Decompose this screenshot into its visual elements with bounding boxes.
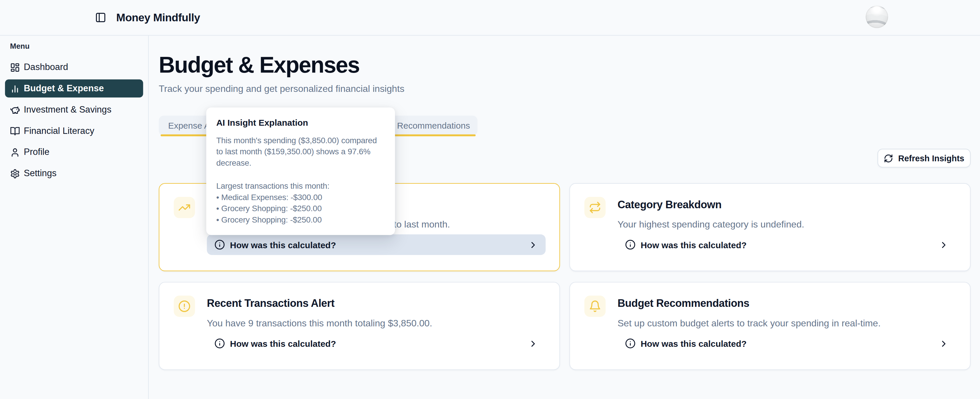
sidebar-item-label: Investment & Savings	[24, 101, 111, 119]
trending-up-icon	[178, 201, 191, 214]
how-calculated-label: How was this calculated?	[641, 339, 746, 348]
page-title: Budget & Expenses	[159, 51, 360, 79]
card-description: Your highest spending category is undefi…	[617, 218, 804, 230]
card-title: Budget Recommendations	[617, 297, 749, 310]
card-title: Recent Transactions Alert	[207, 297, 334, 310]
card-description: Set up custom budget alerts to track you…	[617, 317, 881, 329]
chevron-right-icon	[528, 240, 538, 250]
info-icon	[215, 338, 225, 348]
sidebar-item-label: Budget & Expense	[24, 79, 104, 97]
how-calculated-label: How was this calculated?	[230, 240, 336, 250]
card-category-breakdown: Category Breakdown Your highest spending…	[570, 183, 970, 271]
sidebar-item-label: Financial Literacy	[24, 122, 94, 140]
sidebar-item-investment-savings[interactable]: Investment & Savings	[5, 101, 143, 119]
chevron-right-icon	[939, 339, 949, 348]
page-subtitle: Track your spending and get personalized…	[159, 83, 404, 95]
sidebar-nav: Dashboard Budget & Expense Investment & …	[0, 58, 148, 182]
how-calculated-label: How was this calculated?	[641, 240, 746, 250]
card-description: You have 9 transactions this month total…	[207, 317, 432, 329]
sidebar-item-label: Profile	[24, 143, 49, 161]
app-window: Money Mindfully Menu Dashboard Budget & …	[0, 0, 980, 399]
how-calculated-label: How was this calculated?	[230, 339, 336, 348]
info-icon	[625, 240, 636, 250]
chevron-right-icon	[528, 339, 538, 348]
card-icon-tile	[174, 296, 195, 317]
panel-left-icon	[95, 12, 107, 23]
info-icon	[215, 240, 225, 250]
sidebar-item-label: Settings	[24, 164, 56, 183]
user-icon	[10, 147, 20, 157]
sidebar: Menu Dashboard Budget & Expense Investme…	[0, 36, 149, 399]
refresh-insights-label: Refresh Insights	[898, 153, 964, 163]
card-title: Category Breakdown	[617, 198, 722, 211]
chevron-right-icon	[939, 240, 949, 250]
avatar[interactable]	[865, 6, 888, 28]
tooltip-body: This month's spending ($3,850.00) compar…	[216, 135, 385, 226]
ai-insight-tooltip: AI Insight Explanation This month's spen…	[206, 108, 395, 235]
alert-circle-icon	[178, 300, 191, 313]
refresh-icon	[884, 153, 893, 163]
sidebar-item-budget-expense[interactable]: Budget & Expense	[5, 79, 143, 97]
sidebar-item-settings[interactable]: Settings	[5, 164, 143, 183]
refresh-insights-button[interactable]: Refresh Insights	[878, 149, 970, 167]
tooltip-title: AI Insight Explanation	[216, 117, 385, 128]
app-title: Money Mindfully	[116, 9, 200, 26]
how-calculated-button[interactable]: How was this calculated?	[617, 235, 956, 255]
how-calculated-button[interactable]: How was this calculated?	[207, 333, 546, 354]
card-budget-recommendations: Budget Recommendations Set up custom bud…	[570, 282, 970, 370]
bar-chart-icon	[10, 83, 20, 93]
how-calculated-button[interactable]: How was this calculated?	[207, 235, 546, 255]
top-header: Money Mindfully	[0, 0, 980, 36]
sidebar-section-label: Menu	[10, 42, 148, 51]
sidebar-item-dashboard[interactable]: Dashboard	[5, 58, 143, 76]
info-icon	[625, 338, 636, 348]
card-icon-tile	[584, 296, 606, 317]
repeat-icon	[589, 201, 601, 214]
card-recent-transactions-alert: Recent Transactions Alert You have 9 tra…	[159, 282, 560, 370]
bell-icon	[589, 300, 601, 313]
card-icon-tile	[584, 197, 606, 218]
sidebar-item-profile[interactable]: Profile	[5, 143, 143, 161]
card-description-fragment: to last month.	[394, 218, 450, 230]
how-calculated-button[interactable]: How was this calculated?	[617, 333, 956, 354]
dashboard-icon	[10, 62, 20, 72]
sidebar-item-financial-literacy[interactable]: Financial Literacy	[5, 122, 143, 140]
piggy-bank-icon	[10, 105, 20, 114]
gear-icon	[10, 169, 20, 178]
card-icon-tile	[174, 197, 195, 218]
book-open-icon	[10, 126, 20, 136]
sidebar-item-label: Dashboard	[24, 58, 68, 76]
sidebar-toggle-button[interactable]	[93, 10, 108, 25]
